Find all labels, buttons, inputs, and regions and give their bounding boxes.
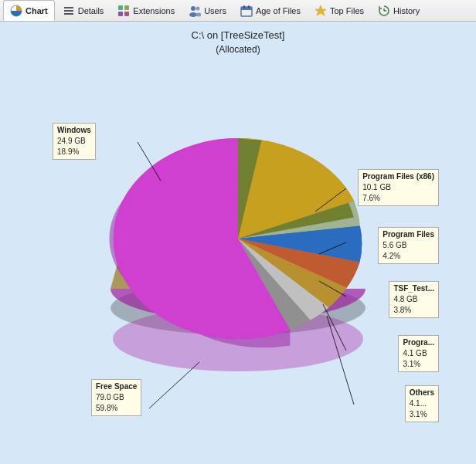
- toolbar: Chart Details Extensions Users: [0, 0, 476, 22]
- label-tsf-pct: 3.8%: [393, 305, 434, 316]
- users-icon: [189, 5, 201, 17]
- label-tsf-size: 4.8 GB: [393, 294, 434, 305]
- tab-chart-label: Chart: [26, 6, 48, 15]
- chart-subtitle: (Allocated): [216, 44, 260, 55]
- svg-rect-7: [124, 12, 129, 16]
- label-progra: Progra... 4.1 GB 3.1%: [398, 335, 439, 372]
- label-freespace-pct: 59.8%: [96, 403, 137, 414]
- extensions-icon: [117, 5, 130, 17]
- tab-top-files[interactable]: Top Files: [308, 0, 370, 21]
- pie-container: Windows 24.9 GB 18.9% Program Files (x86…: [29, 61, 447, 439]
- tab-users[interactable]: Users: [182, 0, 233, 21]
- svg-point-8: [191, 6, 196, 11]
- chart-title: C:\ on [TreeSizeTest]: [192, 29, 285, 41]
- svg-rect-4: [118, 5, 123, 10]
- label-tsf-name: TSF_Test...: [393, 283, 434, 294]
- svg-rect-14: [243, 5, 245, 8]
- svg-rect-5: [124, 5, 129, 10]
- pie-chart-icon: [10, 5, 22, 17]
- tab-details-label: Details: [78, 6, 104, 15]
- pie-chart-svg: [83, 69, 393, 378]
- label-others-size: 4.1...: [410, 398, 434, 409]
- tab-history-label: History: [393, 6, 420, 15]
- tab-age-of-files-label: Age of Files: [256, 6, 301, 15]
- svg-rect-2: [64, 10, 73, 12]
- tab-history[interactable]: History: [372, 0, 426, 21]
- label-others-name: Others: [410, 388, 434, 398]
- label-progra-size: 4.1 GB: [403, 348, 434, 359]
- top-files-icon: [314, 5, 327, 17]
- history-icon: [378, 5, 390, 17]
- svg-rect-15: [248, 5, 250, 8]
- tab-extensions[interactable]: Extensions: [111, 0, 181, 21]
- label-tsf: TSF_Test... 4.8 GB 3.8%: [389, 281, 439, 318]
- svg-point-11: [196, 12, 202, 16]
- tab-extensions-label: Extensions: [133, 6, 175, 15]
- svg-marker-16: [315, 5, 326, 15]
- label-others-pct: 3.1%: [410, 409, 434, 420]
- details-icon: [63, 5, 75, 17]
- label-progra-pct: 3.1%: [403, 359, 434, 370]
- svg-rect-1: [64, 7, 73, 8]
- tab-chart[interactable]: Chart: [3, 0, 55, 21]
- label-progra-name: Progra...: [403, 337, 434, 348]
- tab-age-of-files[interactable]: Age of Files: [234, 0, 307, 21]
- label-freespace-name: Free Space: [96, 381, 137, 392]
- label-freespace: Free Space 79.0 GB 59.8%: [91, 379, 141, 416]
- svg-rect-13: [241, 7, 252, 10]
- tab-top-files-label: Top Files: [330, 6, 364, 15]
- label-others: Others 4.1... 3.1%: [405, 385, 439, 422]
- svg-rect-3: [64, 13, 73, 15]
- label-freespace-size: 79.0 GB: [96, 392, 137, 403]
- tab-details[interactable]: Details: [56, 0, 110, 21]
- chart-area: C:\ on [TreeSizeTest] (Allocated): [0, 22, 476, 464]
- tab-users-label: Users: [204, 6, 226, 15]
- svg-rect-6: [118, 12, 123, 16]
- age-of-files-icon: [240, 5, 253, 17]
- svg-point-10: [196, 6, 200, 10]
